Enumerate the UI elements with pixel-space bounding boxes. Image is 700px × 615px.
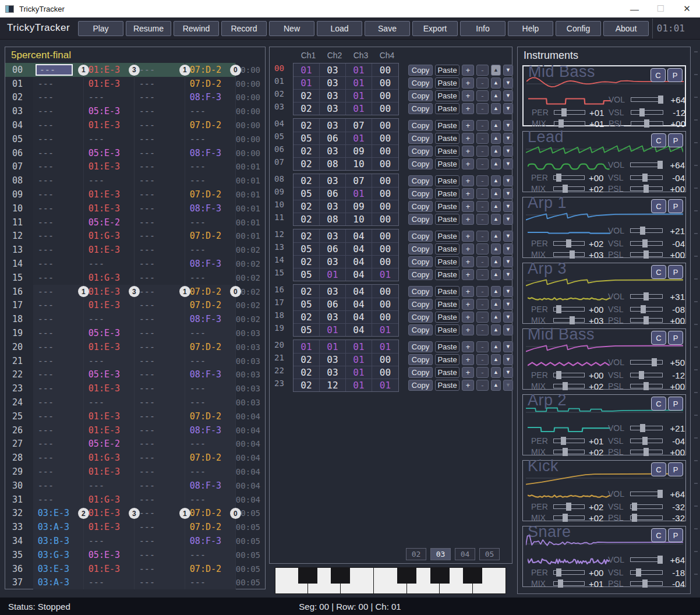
note-cell[interactable]: --- xyxy=(135,257,185,271)
note-cell[interactable]: 07:D-2 xyxy=(185,562,236,576)
paste-instrument-button[interactable]: P xyxy=(668,133,683,147)
copy-row-button[interactable]: Copy xyxy=(408,286,433,297)
paste-row-button[interactable]: Paste xyxy=(435,103,459,114)
note-cell[interactable]: 07:D-20 xyxy=(185,285,236,299)
move-up-button[interactable]: ▲ xyxy=(491,65,501,76)
slider-handle[interactable] xyxy=(644,119,649,128)
copy-instrument-button[interactable]: C xyxy=(651,462,666,476)
matrix-cell[interactable]: 04 xyxy=(346,298,372,310)
move-down-button[interactable]: ▼ xyxy=(503,146,513,157)
note-cell[interactable]: 05:E-3 xyxy=(84,548,135,562)
psl-slider[interactable] xyxy=(631,121,663,126)
matrix-cell[interactable]: 04 xyxy=(346,324,372,336)
matrix-cell[interactable]: 03 xyxy=(320,77,346,89)
move-up-button[interactable]: ▲ xyxy=(491,269,501,280)
matrix-cell[interactable]: 03 xyxy=(320,119,346,132)
copy-row-button[interactable]: Copy xyxy=(408,243,433,255)
note-cell[interactable]: 05:E-3 xyxy=(84,368,135,382)
copy-instrument-button[interactable]: C xyxy=(651,397,666,411)
paste-row-button[interactable]: Paste xyxy=(435,256,459,267)
note-cell[interactable]: 01:G-3 xyxy=(84,451,135,465)
matrix-cell[interactable]: 00 xyxy=(372,63,398,76)
matrix-cell[interactable]: 00 xyxy=(372,298,398,310)
matrix-cell[interactable]: 05 xyxy=(294,324,320,336)
remove-row-button[interactable]: - xyxy=(476,158,489,169)
note-cell[interactable]: --- xyxy=(33,354,84,368)
toolbar-button-new[interactable]: New xyxy=(269,21,314,36)
note-cell[interactable]: 03:B-3 xyxy=(33,534,84,548)
psl-slider[interactable] xyxy=(630,384,663,388)
toolbar-button-help[interactable]: Help xyxy=(508,21,553,36)
slider-handle[interactable] xyxy=(644,292,649,301)
note-cell[interactable]: --- xyxy=(135,174,185,188)
note-cell[interactable]: --- xyxy=(33,243,84,257)
paste-row-button[interactable]: Paste xyxy=(435,188,459,199)
slider-handle[interactable] xyxy=(556,174,561,182)
toolbar-button-config[interactable]: Config xyxy=(556,21,601,36)
copy-instrument-button[interactable]: C xyxy=(651,331,666,345)
matrix-cell[interactable]: 01 xyxy=(372,379,398,391)
slider-handle[interactable] xyxy=(632,514,637,522)
note-cell[interactable]: --- xyxy=(33,423,84,437)
psl-slider[interactable] xyxy=(630,252,663,257)
matrix-cell[interactable]: 01 xyxy=(320,268,346,281)
matrix-cell[interactable]: 02 xyxy=(294,90,320,102)
note-cell[interactable]: 01:E-33 xyxy=(84,63,135,77)
note-cell[interactable]: --- xyxy=(33,91,84,105)
toolbar-button-resume[interactable]: Resume xyxy=(126,21,171,36)
toolbar-button-record[interactable]: Record xyxy=(221,21,267,36)
vol-slider[interactable] xyxy=(630,426,663,430)
note-cell[interactable]: 01:E-3 xyxy=(84,77,135,91)
move-down-button[interactable]: ▼ xyxy=(503,188,513,199)
matrix-cell[interactable]: 04 xyxy=(346,311,372,323)
copy-row-button[interactable]: Copy xyxy=(408,256,433,267)
matrix-cell[interactable]: 02 xyxy=(294,366,320,379)
per-slider[interactable] xyxy=(553,570,585,575)
psl-slider[interactable] xyxy=(630,186,663,191)
toolbar-button-save[interactable]: Save xyxy=(365,21,410,36)
note-cell[interactable]: 07:D-2 xyxy=(185,118,236,132)
note-cell[interactable]: --- xyxy=(135,91,185,105)
note-cell[interactable]: 07:D-2 xyxy=(185,520,236,534)
matrix-cell[interactable]: 04 xyxy=(346,229,372,242)
note-cell[interactable]: ---1 xyxy=(135,285,185,299)
note-cell[interactable]: 05:E-3 xyxy=(84,104,135,118)
move-up-button[interactable]: ▲ xyxy=(491,103,501,114)
copy-row-button[interactable]: Copy xyxy=(408,65,433,76)
toolbar-button-load[interactable]: Load xyxy=(317,21,362,36)
remove-row-button[interactable]: - xyxy=(476,146,489,157)
note-cell[interactable]: --- xyxy=(33,451,84,465)
paste-row-button[interactable]: Paste xyxy=(435,367,459,378)
matrix-cell[interactable]: 01 xyxy=(346,90,372,102)
note-cell[interactable]: 08:F-3 xyxy=(185,534,236,548)
matrix-cell[interactable]: 03 xyxy=(320,311,346,323)
mix-slider[interactable] xyxy=(553,450,585,454)
note-cell[interactable]: 07:D-2 xyxy=(185,77,236,91)
matrix-cell[interactable]: 03 xyxy=(320,63,346,76)
segment-tab-05[interactable]: 05 xyxy=(479,548,500,560)
matrix-cell[interactable]: 02 xyxy=(294,158,320,170)
note-cell[interactable]: 01:E-3 xyxy=(84,299,135,313)
slider-handle[interactable] xyxy=(652,358,657,366)
matrix-cell[interactable]: 02 xyxy=(294,174,320,187)
copy-row-button[interactable]: Copy xyxy=(408,103,433,114)
matrix-cell[interactable]: 02 xyxy=(294,379,320,391)
move-up-button[interactable]: ▲ xyxy=(491,324,501,335)
slider-handle[interactable] xyxy=(641,305,646,313)
move-up-button[interactable]: ▲ xyxy=(491,133,501,144)
note-cell[interactable]: --- xyxy=(135,534,185,548)
note-cell[interactable]: --- xyxy=(84,395,135,409)
matrix-cell[interactable]: 03 xyxy=(320,354,346,366)
instrument-card-arp-2-5[interactable]: Arp 2CPPER+01MIX+02VOL+21VSL-04PSL+00 xyxy=(522,394,686,455)
note-cell[interactable]: --- xyxy=(84,132,135,146)
note-cell[interactable]: --- xyxy=(135,77,185,91)
matrix-cell[interactable]: 05 xyxy=(294,298,320,310)
note-cell[interactable]: --- xyxy=(185,381,236,395)
copy-row-button[interactable]: Copy xyxy=(408,354,433,365)
vol-slider[interactable] xyxy=(630,492,663,496)
matrix-cell[interactable]: 05 xyxy=(294,132,320,144)
note-cell[interactable]: 01:E-3 xyxy=(84,409,135,423)
per-slider[interactable] xyxy=(553,439,585,443)
psl-slider[interactable] xyxy=(630,581,663,586)
add-row-button[interactable]: + xyxy=(462,312,474,323)
